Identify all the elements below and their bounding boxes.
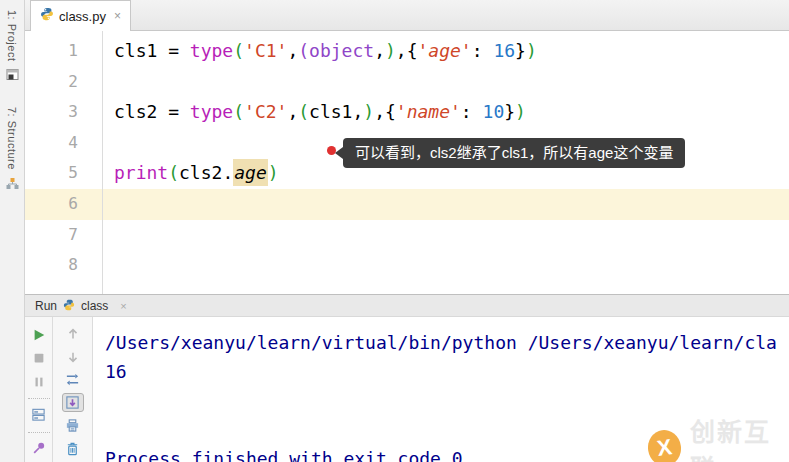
- code-text[interactable]: [103, 189, 789, 220]
- line-number[interactable]: 2: [25, 67, 103, 98]
- code-line[interactable]: 7: [25, 220, 789, 251]
- console-line: Process finished with exit code 0: [105, 444, 789, 462]
- run-header: Run class ×: [25, 295, 789, 317]
- code-text[interactable]: [103, 250, 789, 281]
- code-line[interactable]: 2: [25, 67, 789, 98]
- pause-icon[interactable]: [28, 372, 50, 391]
- console-line: [105, 415, 789, 444]
- clear-all-icon[interactable]: [62, 439, 84, 458]
- annotation-tooltip-text: 可以看到，cls2继承了cls1，所以有age这个变量: [355, 144, 673, 161]
- close-icon[interactable]: ×: [114, 9, 121, 23]
- annotation-tooltip: 可以看到，cls2继承了cls1，所以有age这个变量: [343, 138, 685, 168]
- run-toolbar-secondary: [53, 317, 93, 462]
- code-text[interactable]: [103, 67, 789, 98]
- sidebar-item-label: 1: Project: [6, 10, 18, 61]
- soft-wrap-icon[interactable]: [62, 371, 84, 390]
- scroll-to-end-icon[interactable]: [62, 393, 84, 412]
- python-file-icon: [40, 7, 54, 25]
- editor-tab-bar: class.py ×: [25, 0, 789, 31]
- code-line[interactable]: 8: [25, 250, 789, 281]
- toolbar-separator: [28, 398, 50, 399]
- run-panel-title: Run: [35, 299, 57, 313]
- console-line: [105, 386, 789, 415]
- console-line: 16: [105, 357, 789, 386]
- tab-class-py[interactable]: class.py ×: [30, 0, 131, 31]
- code-text[interactable]: cls2 = type('C2',(cls1,),{'name': 10}): [103, 97, 789, 128]
- code-line[interactable]: 3cls2 = type('C2',(cls1,),{'name': 10}): [25, 97, 789, 128]
- rerun-icon[interactable]: [28, 325, 50, 344]
- code-line[interactable]: 1cls1 = type('C1',(object,),{'age': 16}): [25, 36, 789, 67]
- sidebar-item-label: 7: Structure: [6, 107, 18, 170]
- toolbar-separator: [28, 432, 50, 433]
- python-icon: [63, 297, 75, 315]
- run-toolbar-primary: [25, 317, 53, 462]
- run-tab-class[interactable]: class: [81, 299, 108, 313]
- line-number[interactable]: 8: [25, 250, 103, 281]
- line-number[interactable]: 7: [25, 220, 103, 251]
- restore-layout-icon[interactable]: [28, 405, 50, 424]
- left-tool-stripe: 1: Project 7: Structure: [0, 0, 25, 462]
- code-line[interactable]: 6: [25, 189, 789, 220]
- tab-label: class.py: [59, 9, 106, 24]
- line-number[interactable]: 6: [25, 189, 103, 220]
- code-text[interactable]: cls1 = type('C1',(object,),{'age': 16}): [103, 36, 789, 67]
- run-body: /Users/xeanyu/learn/virtual/bin/python /…: [25, 317, 789, 462]
- sidebar-item-structure[interactable]: 7: Structure: [0, 107, 24, 194]
- code-editor[interactable]: 1cls1 = type('C1',(object,),{'age': 16})…: [25, 31, 789, 294]
- close-icon[interactable]: ×: [120, 300, 126, 312]
- structure-icon: [6, 176, 19, 194]
- up-arrow-icon[interactable]: [62, 325, 84, 344]
- run-console[interactable]: /Users/xeanyu/learn/virtual/bin/python /…: [93, 317, 789, 462]
- run-tool-window: Run class ×: [25, 294, 789, 462]
- pin-icon[interactable]: [28, 439, 50, 458]
- main-area: class.py × 1cls1 = type('C1',(object,),{…: [25, 0, 789, 462]
- line-number[interactable]: 5: [25, 158, 103, 189]
- down-arrow-icon[interactable]: [62, 348, 84, 367]
- project-icon: [6, 67, 19, 85]
- line-number[interactable]: 4: [25, 128, 103, 159]
- stop-icon[interactable]: [28, 348, 50, 367]
- line-number[interactable]: 3: [25, 97, 103, 128]
- print-icon[interactable]: [62, 416, 84, 435]
- code-text[interactable]: [103, 220, 789, 251]
- sidebar-item-project[interactable]: 1: Project: [0, 10, 24, 85]
- line-number[interactable]: 1: [25, 36, 103, 67]
- console-line: /Users/xeanyu/learn/virtual/bin/python /…: [105, 328, 789, 357]
